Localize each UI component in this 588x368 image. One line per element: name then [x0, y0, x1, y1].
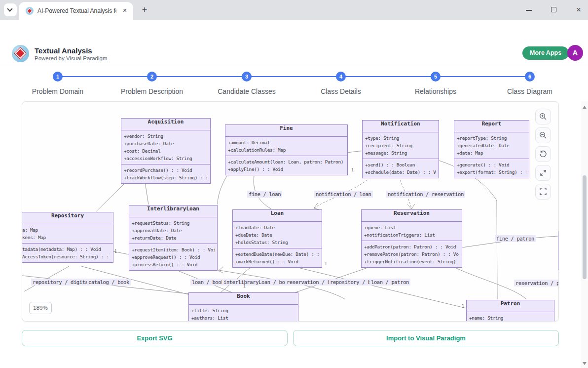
- browser-tab[interactable]: AI-Powered Textual Analysis for ×: [19, 2, 133, 20]
- tab-close-icon[interactable]: ×: [120, 6, 129, 15]
- member-line: kens: Map: [22, 234, 110, 241]
- visual-paradigm-logo-icon: [12, 45, 29, 62]
- class-attributes: +loanDate: Date+dueDate: Date+holdsStatu…: [233, 222, 322, 248]
- uml-class-repository[interactable]: Repository a: Mapkens: Map tadata(metada…: [22, 212, 113, 263]
- uml-class-fine[interactable]: Fine +amount: Decimal+calculationRules: …: [225, 124, 348, 175]
- member-line: +queue: List: [364, 224, 459, 231]
- window-maximize-button[interactable]: [549, 4, 559, 15]
- class-methods: +generate() : : Void+export(format: Stri…: [454, 159, 529, 178]
- member-line: +cost: Decimal: [124, 147, 208, 155]
- class-name: Acquisition: [121, 119, 210, 130]
- visual-paradigm-link[interactable]: Visual Paradigm: [66, 55, 108, 61]
- scrollbar-thumb[interactable]: [583, 175, 587, 279]
- edge-label-notification-loan: notification / loan: [314, 191, 373, 198]
- member-line: +purchaseDate: Date: [124, 140, 208, 147]
- edge-label-interlibraryloan-book: interlibraryLoan / book: [222, 279, 292, 286]
- member-line: +approveRequest() : : Void: [132, 253, 215, 261]
- class-attributes: +vendor: String+purchaseDate: Date+cost:…: [121, 130, 210, 164]
- class-name: Loan: [233, 210, 322, 222]
- class-name: Repository: [22, 212, 113, 224]
- member-line: +trackWorkflow(step: String) : : Void: [124, 174, 208, 181]
- step-6-dot[interactable]: 6: [525, 72, 535, 82]
- step-4-dot[interactable]: 4: [336, 72, 346, 82]
- powered-by-prefix: Powered by: [35, 55, 66, 61]
- fullscreen-brackets-icon: [539, 188, 547, 196]
- window-minimize-button[interactable]: [524, 4, 535, 15]
- step-3-dot[interactable]: 3: [242, 72, 252, 82]
- step-1-label[interactable]: Problem Domain: [32, 87, 83, 95]
- app-header: Textual Analysis Powered by Visual Parad…: [0, 42, 588, 65]
- member-line: +approvalDate: Date: [132, 227, 215, 234]
- expand-arrows-icon: [539, 169, 547, 177]
- member-line: +recipient: String: [365, 142, 436, 149]
- class-methods: +extendDueDate(newDue: Date) : : Void+ma…: [233, 248, 322, 267]
- reset-view-button[interactable]: [535, 146, 551, 162]
- class-attributes: a: Mapkens: Map: [22, 224, 113, 243]
- stepper-connector-line: [58, 76, 530, 77]
- zoom-out-button[interactable]: [535, 127, 551, 143]
- app-user-avatar[interactable]: A: [567, 45, 583, 61]
- member-line: +reportType: String: [457, 134, 526, 142]
- step-2-dot[interactable]: 2: [147, 72, 157, 82]
- multiplicity-label: 1: [462, 304, 464, 309]
- step-6-label[interactable]: Class Diagram: [507, 87, 552, 95]
- scroll-up-icon[interactable]: [583, 106, 587, 109]
- member-line: +generatedDate: Date: [457, 142, 526, 149]
- member-line: +requestItem(item: Book) : : Void: [132, 246, 215, 253]
- export-svg-button[interactable]: Export SVG: [22, 330, 288, 346]
- member-line: +notificationTriggers: List: [364, 231, 459, 239]
- step-3-label[interactable]: Candidate Classes: [218, 87, 276, 95]
- uml-class-book[interactable]: Book +title: String+authors: List: [188, 292, 298, 322]
- step-1-dot[interactable]: 1: [53, 72, 63, 82]
- member-line: +processReturn() : : Void: [132, 261, 215, 268]
- scroll-down-icon[interactable]: [583, 362, 587, 365]
- member-line: +requestStatus: String: [132, 219, 215, 227]
- class-attributes: +amount: Decimal+calculationRules: Map: [225, 137, 347, 156]
- member-line: +extendDueDate(newDue: Date) : : Void: [235, 250, 319, 258]
- uml-class-clipped-right[interactable]: [558, 231, 559, 270]
- uml-class-interlibraryloan[interactable]: InterlibraryLoan +requestStatus: String+…: [129, 205, 218, 271]
- step-2-label[interactable]: Problem Description: [121, 87, 183, 95]
- powered-by: Powered by Visual Paradigm: [35, 55, 107, 61]
- member-line: +send() : : Boolean: [365, 161, 436, 168]
- uml-class-acquisition[interactable]: Acquisition +vendor: String+purchaseDate…: [121, 118, 211, 184]
- uml-class-patron[interactable]: Patron +name: String: [466, 300, 554, 322]
- rotate-ccw-icon: [539, 150, 547, 158]
- class-name: Patron: [467, 300, 554, 312]
- import-to-visual-paradigm-button[interactable]: Import to Visual Paradigm: [293, 330, 559, 346]
- more-apps-button[interactable]: More Apps: [522, 46, 569, 60]
- visual-paradigm-favicon-icon: [26, 7, 34, 15]
- multiplicity-label: 1: [325, 262, 327, 266]
- step-5-dot[interactable]: 5: [431, 72, 441, 82]
- edge-label-loan-book: loan / book: [190, 279, 225, 286]
- member-line: +holdsStatus: String: [235, 239, 319, 246]
- zoom-out-icon: [539, 131, 547, 139]
- member-line: +accessionWorkflow: String: [124, 155, 208, 162]
- step-5-label[interactable]: Relationships: [415, 87, 456, 95]
- page-scrollbar[interactable]: [581, 101, 588, 368]
- member-line: +message: String: [365, 149, 436, 157]
- expand-button[interactable]: [535, 165, 551, 181]
- uml-class-notification[interactable]: Notification +type: String+recipient: St…: [362, 120, 439, 178]
- class-name: Fine: [225, 125, 347, 137]
- step-4-label[interactable]: Class Details: [321, 87, 361, 95]
- zoom-in-button[interactable]: [535, 109, 551, 124]
- member-line: +returnDate: Date: [132, 234, 215, 242]
- new-tab-button[interactable]: +: [139, 5, 150, 16]
- class-name: Book: [189, 293, 298, 305]
- class-methods: tadata(metadata: Map) : : VoidAccessToke…: [22, 243, 113, 262]
- uml-class-report[interactable]: Report +reportType: String+generatedDate…: [454, 120, 529, 178]
- member-line: +recordPurchase() : : Void: [124, 166, 208, 174]
- member-line: +authors: List: [191, 314, 295, 322]
- uml-class-reservation[interactable]: Reservation +queue: List+notificationTri…: [361, 209, 462, 268]
- class-name: Reservation: [362, 210, 462, 222]
- fullscreen-button[interactable]: [535, 184, 551, 200]
- member-line: +export(format: String) : : String: [457, 168, 526, 176]
- uml-class-loan[interactable]: Loan +loanDate: Date+dueDate: Date+holds…: [232, 209, 322, 268]
- member-line: +triggerNotification(event: String) : : …: [364, 258, 459, 265]
- tab-search-chevron-button[interactable]: [4, 3, 17, 16]
- class-diagram-canvas[interactable]: Acquisition +vendor: String+purchaseDate…: [22, 101, 559, 322]
- window-close-button[interactable]: ×: [573, 4, 584, 15]
- member-line: +removePatron(patron: Patron) : : Void: [364, 250, 459, 258]
- multiplicity-label: 1: [351, 168, 354, 172]
